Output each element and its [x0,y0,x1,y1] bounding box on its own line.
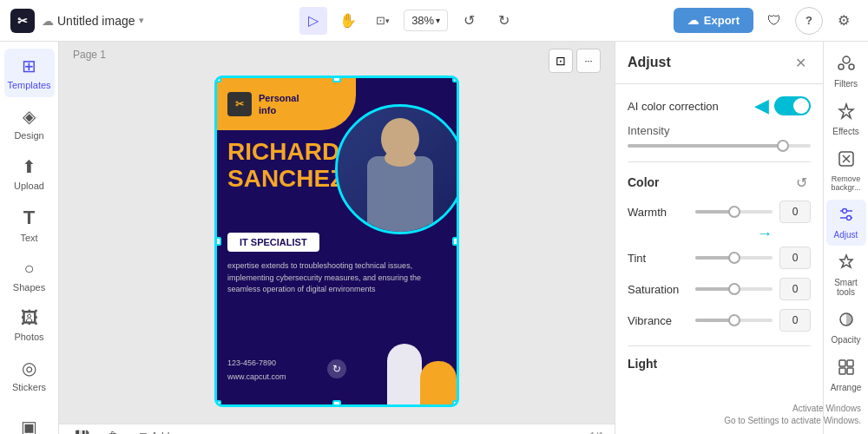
sidebar-item-templates[interactable]: ⊞ Templates [4,49,55,97]
design-card[interactable]: ✂ Personal info Richard Sanchez [215,76,458,406]
card-name: Richard Sanchez [227,139,345,193]
sidebar-item-stickers[interactable]: ◎ Stickers [4,351,55,399]
canvas-more-btn[interactable]: ··· [576,49,601,73]
card-photo-circle [335,104,458,234]
sidebar-item-shapes[interactable]: ○ Shapes [4,252,55,299]
svg-rect-17 [839,368,845,374]
page-label: Page 1 [73,49,106,61]
warmth-row: Warmth 0 [628,201,811,223]
arrange-icon [838,358,855,380]
color-refresh-button[interactable]: ↺ [792,173,811,192]
selection-handle-tm[interactable] [332,76,341,82]
svg-point-13 [846,216,851,220]
svg-point-5 [849,64,854,69]
canvas-wrapper[interactable]: ✂ Personal info Richard Sanchez [59,42,615,424]
filters-label: Filters [834,79,858,89]
saturation-slider[interactable] [695,287,773,291]
canvas-image-btn[interactable]: ⊡ [549,49,573,73]
warmth-value: 0 [779,201,811,223]
saturation-value: 0 [779,278,811,300]
panel-close-button[interactable]: ✕ [790,52,811,73]
section-divider-2 [628,345,811,346]
intensity-thumb[interactable] [777,140,789,152]
ai-correction-section: AI color correction ◀ Intensity [628,95,811,148]
ai-correction-toggle[interactable] [774,96,811,115]
settings-button[interactable]: ⚙ [830,7,858,35]
toggle-knob [793,98,809,114]
main-area: ⊞ Templates ◈ Design ⬆ Upload T Text ○ S… [0,42,868,434]
tint-thumb[interactable] [728,252,740,264]
frame-tool-button[interactable]: ⊡ ▾ [369,7,397,35]
effects-item[interactable]: Effects [826,96,866,142]
title-chevron[interactable]: ▾ [139,15,144,26]
topbar: ✂ ☁ Untitled image ▾ ▷ ✋ ⊡ ▾ 38% ▾ ↺ ↻ ☁… [0,0,868,42]
opacity-label: Opacity [832,335,861,345]
smart-tools-icon [838,253,855,275]
card-title-badge: IT SPECIALIST [227,233,319,252]
adjust-icon [838,206,855,227]
selection-handle-bm[interactable] [332,400,341,406]
effects-icon [838,102,855,124]
sidebar-item-text[interactable]: T Text [4,200,55,250]
panel-body: AI color correction ◀ Intensity [615,84,823,434]
topbar-tools: ▷ ✋ ⊡ ▾ 38% ▾ ↺ ↻ [151,7,667,35]
section-divider-1 [628,161,811,162]
adjust-panel: Adjust ✕ AI color correction ◀ Intensity [615,42,823,434]
selection-handle-ml[interactable] [215,237,221,246]
add-page-button[interactable]: ⊞ Add page [132,427,202,434]
sidebar-item-photos[interactable]: 🖼 Photos [4,301,55,349]
frames-icon: ▣ [21,417,37,434]
redo-button[interactable]: ↻ [490,7,517,35]
remove-bg-item[interactable]: Remove backgr... [826,144,866,198]
tint-label: Tint [628,252,688,265]
saturation-thumb[interactable] [728,283,740,295]
selection-handle-br[interactable] [452,400,458,406]
sidebar-label-upload: Upload [14,181,44,191]
hand-tool-button[interactable]: ✋ [334,7,362,35]
warmth-label: Warmth [628,206,688,219]
vibrance-label: Vibrance [628,314,688,327]
opacity-item[interactable]: Opacity [826,305,866,351]
tint-slider[interactable] [695,256,773,260]
sidebar-item-frames[interactable]: ▣ Frames [4,410,55,434]
selection-handle-tl[interactable] [215,76,221,82]
zoom-control[interactable]: 38% ▾ [404,10,448,31]
svg-rect-1 [367,156,433,234]
add-page-icon: ⊞ [139,431,148,434]
card-refresh-icon[interactable]: ↻ [327,359,346,378]
vibrance-row: Vibrance 0 [628,309,811,332]
undo-button[interactable]: ↺ [455,7,483,35]
selection-handle-bl[interactable] [215,400,221,406]
intensity-fill [628,144,783,148]
zoom-chevron: ▾ [436,16,440,25]
remove-bg-label: Remove backgr... [830,174,863,192]
warmth-slider[interactable] [695,210,773,214]
warmth-thumb[interactable] [728,206,740,218]
sidebar-item-upload[interactable]: ⬆ Upload [4,149,55,198]
saturation-row: Saturation 0 [628,278,811,300]
sidebar-item-design[interactable]: ◈ Design [4,99,55,148]
card-banner: ✂ Personal info [217,78,356,130]
selection-handle-mr[interactable] [452,237,458,246]
person-svg [348,104,452,234]
vibrance-slider[interactable] [695,319,773,322]
export-cloud-icon: ☁ [687,14,699,27]
arrange-item[interactable]: Arrange [826,352,866,398]
tint-value: 0 [779,247,811,269]
page-counter: 1/1 [589,431,604,434]
vibrance-thumb[interactable] [728,314,740,326]
select-tool-button[interactable]: ▷ [299,7,327,35]
shield-button[interactable]: 🛡 [760,7,788,35]
smart-tools-item[interactable]: Smart tools [826,247,866,303]
adjust-item[interactable]: Adjust [826,200,866,246]
card-shape-orange [420,361,457,404]
help-button[interactable]: ? [795,7,823,35]
filters-item[interactable]: Filters [826,49,866,95]
templates-icon: ⊞ [22,56,36,76]
delete-button[interactable]: 🗑 [101,424,125,434]
file-title[interactable]: ☁ Untitled image ▾ [42,14,144,28]
save-button[interactable]: 💾 [69,424,94,434]
intensity-slider[interactable] [628,144,811,148]
export-button[interactable]: ☁ Export [674,8,753,33]
selection-handle-tr[interactable] [452,76,458,82]
